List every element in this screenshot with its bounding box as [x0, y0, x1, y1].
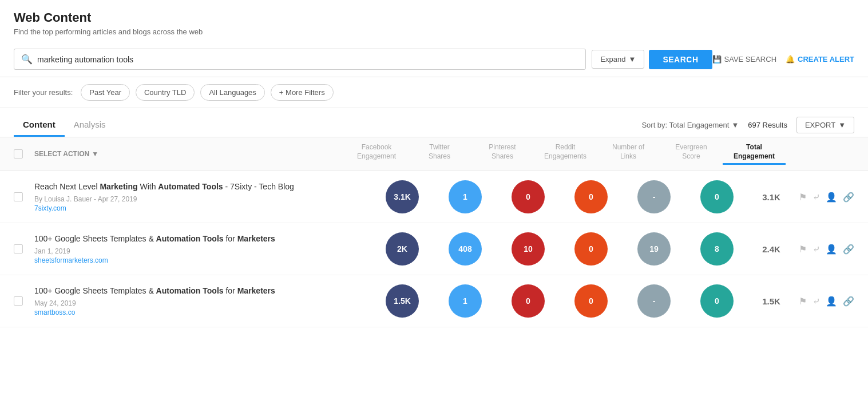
expand-chevron-icon: ▼ — [629, 55, 636, 64]
pinterest-shares-3: 0 — [497, 284, 560, 318]
result-title-3[interactable]: 100+ Google Sheets Templates & Automatio… — [34, 286, 371, 297]
create-alert-label: CREATE ALERT — [798, 55, 854, 64]
total-engagement-2: 2.4K — [748, 244, 794, 254]
total-engagement-1: 3.1K — [748, 192, 794, 202]
link-icon-2[interactable]: 🔗 — [843, 244, 854, 255]
col-facebook-engagement: FacebookEngagement — [345, 143, 408, 165]
save-icon: 💾 — [712, 55, 722, 64]
share-icon-1[interactable]: ⤶ — [812, 192, 820, 203]
bookmark-icon-3[interactable]: ⚑ — [799, 296, 807, 307]
col-number-of-links: Number ofLinks — [597, 143, 660, 165]
save-search-label: SAVE SEARCH — [724, 55, 777, 64]
search-icon: 🔍 — [21, 54, 33, 65]
pinterest-shares-1: 0 — [497, 180, 560, 213]
total-engagement-3: 1.5K — [748, 296, 794, 306]
reddit-engagements-3: 0 — [560, 284, 623, 318]
table-row: 100+ Google Sheets Templates & Automatio… — [0, 223, 868, 275]
users-icon-1[interactable]: 👤 — [826, 192, 837, 203]
twitter-shares-1: 1 — [434, 180, 497, 213]
reddit-engagements-2: 0 — [560, 232, 623, 266]
page-subtitle: Find the top performing articles and blo… — [14, 27, 854, 36]
result-domain-3[interactable]: smartboss.co — [34, 308, 371, 316]
create-alert-button[interactable]: 🔔 CREATE ALERT — [786, 55, 854, 64]
facebook-engagement-1: 3.1K — [371, 180, 434, 213]
number-of-links-1: - — [623, 180, 685, 213]
link-icon-3[interactable]: 🔗 — [843, 296, 854, 307]
col-twitter-shares: TwitterShares — [408, 143, 471, 165]
col-evergreen-score: EvergreenScore — [660, 143, 723, 165]
save-search-button[interactable]: 💾 SAVE SEARCH — [712, 55, 777, 64]
col-total-engagement[interactable]: TotalEngagement — [723, 143, 786, 165]
evergreen-score-2: 8 — [685, 232, 748, 266]
tab-analysis[interactable]: Analysis — [65, 113, 115, 137]
users-icon-3[interactable]: 👤 — [826, 296, 837, 307]
search-button[interactable]: SEARCH — [649, 50, 712, 69]
share-icon-2[interactable]: ⤶ — [812, 244, 820, 255]
number-of-links-2: 19 — [623, 232, 685, 266]
row-checkbox-1[interactable] — [14, 192, 23, 201]
expand-label: Expand — [600, 55, 625, 64]
result-meta-3: May 24, 2019 — [34, 299, 371, 307]
result-title-1[interactable]: Reach Next Level Marketing With Automate… — [34, 181, 371, 193]
share-icon-3[interactable]: ⤶ — [812, 296, 820, 307]
search-input[interactable] — [37, 55, 578, 64]
facebook-engagement-2: 2K — [371, 232, 434, 266]
tab-content[interactable]: Content — [14, 113, 65, 137]
table-row: Reach Next Level Marketing With Automate… — [0, 171, 868, 223]
evergreen-score-3: 0 — [685, 284, 748, 318]
reddit-engagements-1: 0 — [560, 180, 623, 213]
row-checkbox-3[interactable] — [14, 296, 23, 306]
result-meta-2: Jan 1, 2019 — [34, 247, 371, 255]
result-meta-1: By Louisa J. Bauer - Apr 27, 2019 — [34, 195, 371, 203]
bookmark-icon-2[interactable]: ⚑ — [799, 244, 807, 255]
export-label: EXPORT — [805, 121, 835, 129]
col-reddit-engagements: RedditEngagements — [534, 143, 597, 165]
col-pinterest-shares: PinterestShares — [471, 143, 534, 165]
page-title: Web Content — [14, 10, 854, 25]
twitter-shares-2: 408 — [434, 232, 497, 266]
pinterest-shares-2: 10 — [497, 232, 560, 266]
filter-country-tld[interactable]: Country TLD — [136, 84, 195, 101]
sort-by-selector[interactable]: Sort by: Total Engagement ▼ — [641, 121, 739, 129]
alert-icon: 🔔 — [786, 55, 795, 64]
results-count: 697 Results — [748, 121, 787, 129]
filter-label: Filter your results: — [14, 88, 73, 97]
row-checkbox-2[interactable] — [14, 244, 23, 253]
result-domain-1[interactable]: 7sixty.com — [34, 204, 371, 212]
select-all-checkbox[interactable] — [14, 149, 23, 159]
sort-chevron-icon: ▼ — [731, 121, 739, 129]
select-action-chevron-icon: ▼ — [92, 150, 98, 158]
evergreen-score-1: 0 — [685, 180, 748, 213]
select-action-label: SELECT ACTION — [34, 150, 89, 158]
bookmark-icon-1[interactable]: ⚑ — [799, 192, 807, 203]
select-action-dropdown[interactable]: SELECT ACTION ▼ — [34, 150, 345, 158]
number-of-links-3: - — [623, 284, 685, 318]
more-filters-button[interactable]: + More Filters — [271, 84, 334, 101]
twitter-shares-3: 1 — [434, 284, 497, 318]
link-icon-1[interactable]: 🔗 — [843, 192, 854, 203]
result-domain-2[interactable]: sheetsformarketers.com — [34, 256, 371, 264]
filter-all-languages[interactable]: All Languages — [200, 84, 264, 101]
sort-by-label: Sort by: Total Engagement — [641, 121, 729, 129]
table-row: 100+ Google Sheets Templates & Automatio… — [0, 275, 868, 327]
filter-past-year[interactable]: Past Year — [81, 84, 130, 101]
facebook-engagement-3: 1.5K — [371, 284, 434, 318]
export-chevron-icon: ▼ — [838, 121, 846, 129]
users-icon-2[interactable]: 👤 — [826, 244, 837, 255]
expand-button[interactable]: Expand ▼ — [592, 50, 644, 69]
export-button[interactable]: EXPORT ▼ — [796, 117, 854, 133]
result-title-2[interactable]: 100+ Google Sheets Templates & Automatio… — [34, 233, 371, 245]
